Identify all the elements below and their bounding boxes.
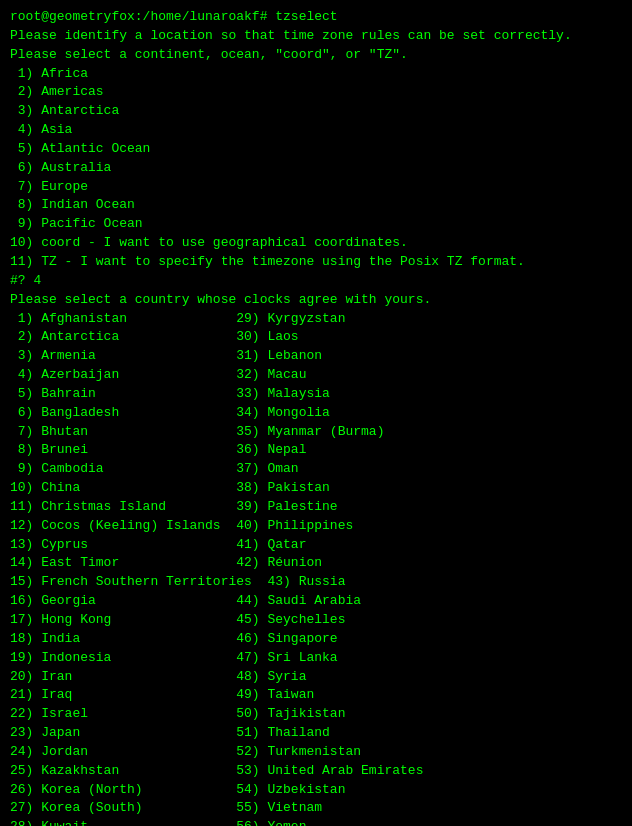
output-line: 22) Israel 50) Tajikistan — [10, 705, 622, 724]
output-line: 11) Christmas Island 39) Palestine — [10, 498, 622, 517]
output-line: 17) Hong Kong 45) Seychelles — [10, 611, 622, 630]
output-line: 1) Africa — [10, 65, 622, 84]
output-line: 16) Georgia 44) Saudi Arabia — [10, 592, 622, 611]
output-line: 23) Japan 51) Thailand — [10, 724, 622, 743]
output-line: 15) French Southern Territories 43) Russ… — [10, 573, 622, 592]
output-line: 7) Bhutan 35) Myanmar (Burma) — [10, 423, 622, 442]
prompt-line: root@geometryfox:/home/lunaroakf# tzsele… — [10, 8, 622, 27]
output-line: 4) Azerbaijan 32) Macau — [10, 366, 622, 385]
output-line: 9) Cambodia 37) Oman — [10, 460, 622, 479]
output-line: 4) Asia — [10, 121, 622, 140]
output-line: 10) coord - I want to use geographical c… — [10, 234, 622, 253]
output-line: 7) Europe — [10, 178, 622, 197]
terminal-output: root@geometryfox:/home/lunaroakf# tzsele… — [10, 8, 622, 826]
output-line: 24) Jordan 52) Turkmenistan — [10, 743, 622, 762]
output-line: 11) TZ - I want to specify the timezone … — [10, 253, 622, 272]
output-line: 13) Cyprus 41) Qatar — [10, 536, 622, 555]
output-line: 21) Iraq 49) Taiwan — [10, 686, 622, 705]
output-line: 19) Indonesia 47) Sri Lanka — [10, 649, 622, 668]
output-line: 14) East Timor 42) Réunion — [10, 554, 622, 573]
output-line: 8) Indian Ocean — [10, 196, 622, 215]
output-line: 20) Iran 48) Syria — [10, 668, 622, 687]
output-line: 26) Korea (North) 54) Uzbekistan — [10, 781, 622, 800]
output-line: 5) Atlantic Ocean — [10, 140, 622, 159]
output-line: 10) China 38) Pakistan — [10, 479, 622, 498]
output-line: 28) Kuwait 56) Yemen — [10, 818, 622, 826]
output-line: 6) Bangladesh 34) Mongolia — [10, 404, 622, 423]
output-line: 5) Bahrain 33) Malaysia — [10, 385, 622, 404]
output-line: 18) India 46) Singapore — [10, 630, 622, 649]
output-line: 25) Kazakhstan 53) United Arab Emirates — [10, 762, 622, 781]
output-line: Please select a continent, ocean, "coord… — [10, 46, 622, 65]
output-line: Please select a country whose clocks agr… — [10, 291, 622, 310]
output-line: #? 4 — [10, 272, 622, 291]
terminal-window: root@geometryfox:/home/lunaroakf# tzsele… — [10, 8, 622, 826]
output-line: 3) Antarctica — [10, 102, 622, 121]
output-line: 9) Pacific Ocean — [10, 215, 622, 234]
output-line: 27) Korea (South) 55) Vietnam — [10, 799, 622, 818]
output-line: 2) Americas — [10, 83, 622, 102]
output-line: 2) Antarctica 30) Laos — [10, 328, 622, 347]
output-line: 1) Afghanistan 29) Kyrgyzstan — [10, 310, 622, 329]
output-line: Please identify a location so that time … — [10, 27, 622, 46]
output-line: 8) Brunei 36) Nepal — [10, 441, 622, 460]
output-line: 6) Australia — [10, 159, 622, 178]
output-line: 3) Armenia 31) Lebanon — [10, 347, 622, 366]
output-line: 12) Cocos (Keeling) Islands 40) Philippi… — [10, 517, 622, 536]
